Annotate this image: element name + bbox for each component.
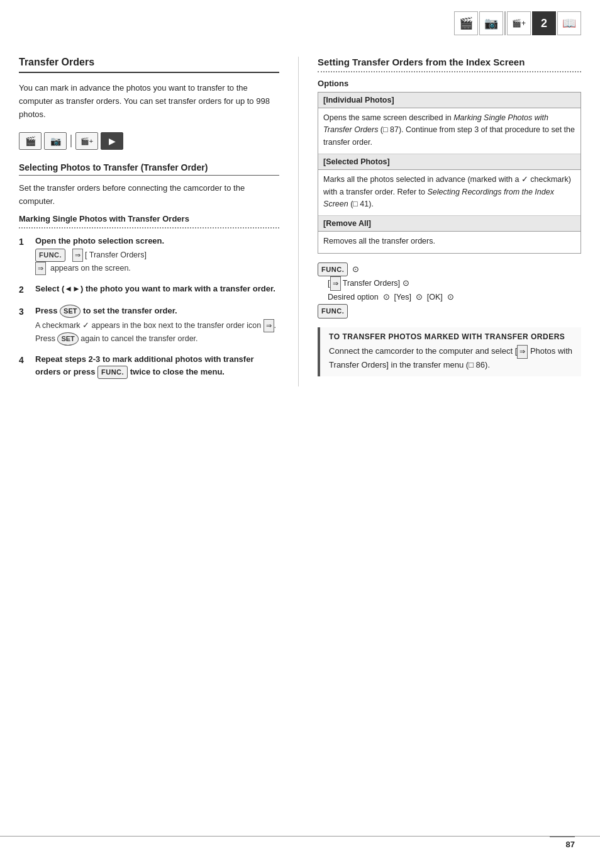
transfer-order-icon-inline: ⇒ — [72, 249, 83, 262]
set-button-inline-2: SET — [57, 332, 78, 346]
step-1-title: Open the photo selection screen. — [35, 235, 279, 247]
option-remove-desc: Removes all the transfer orders. — [318, 232, 581, 252]
option-remove-header: [Remove All] — [318, 216, 581, 232]
mode-icon-divider — [70, 135, 72, 147]
top-icon-bar: 🎬 📷 🎬+ 2 📖 — [454, 11, 581, 35]
mode-icon-photo: 📷 — [44, 132, 67, 150]
step-2: 2 Select (◄►) the photo you want to mark… — [19, 283, 279, 297]
number-icon: 2 — [532, 11, 556, 35]
step-3-title: Press SET to set the transfer order. — [35, 305, 279, 318]
func-button-step4: FUNC. — [97, 366, 128, 379]
option-selected-header: [Selected Photos] — [318, 154, 581, 170]
left-column: Transfer Orders You can mark in advance … — [19, 57, 299, 386]
step-4-content: Repeat steps 2-3 to mark additional phot… — [35, 353, 279, 379]
book-icon: 📖 — [557, 11, 581, 35]
option-selected-desc: Marks all the photos selected in advance… — [318, 170, 581, 216]
step-3-detail: A checkmark ✓ appears in the box next to… — [35, 319, 279, 346]
to-transfer-text: Connect the camcorder to the computer an… — [329, 345, 575, 371]
page-number: 87 — [550, 837, 575, 849]
step-4-title: Repeat steps 2-3 to mark additional phot… — [35, 353, 279, 379]
transfer-icon-right: ⇒ — [330, 276, 341, 291]
func-btn-right: FUNC. — [318, 262, 348, 277]
step-3-number: 3 — [19, 305, 30, 346]
instruction-line-3: Desired option ⊙ [Yes] ⊙ [OK] ⊙ — [318, 291, 581, 304]
right-section-title: Setting Transfer Orders from the Index S… — [318, 57, 581, 67]
transfer-icon-small: ⇒ — [35, 262, 46, 275]
transfer-icon: 🎬+ — [507, 11, 531, 35]
video-camera-icon: 🎬 — [454, 11, 478, 35]
right-instruction-block: FUNC. ⊙ [⇒ Transfer Orders] ⊙ Desired op… — [318, 262, 581, 318]
to-transfer-title: To transfer photos marked with transfer … — [329, 332, 575, 341]
mode-icon-play: ▶ — [101, 132, 123, 150]
instruction-line-2: [⇒ Transfer Orders] ⊙ — [318, 276, 581, 291]
to-transfer-box: To transfer photos marked with transfer … — [318, 327, 581, 376]
mode-icon-video2: 🎬+ — [75, 132, 98, 150]
step-4-number: 4 — [19, 353, 30, 379]
step-1-number: 1 — [19, 235, 30, 275]
instruction-line-1: FUNC. ⊙ — [318, 262, 581, 277]
transfer-order-icon-small: ⇒ — [264, 319, 274, 332]
camera-icon: 📷 — [479, 11, 503, 35]
sub-sub-title: Marking Single Photos with Transfer Orde… — [19, 214, 279, 223]
step-1-content: Open the photo selection screen. FUNC. ⇒… — [35, 235, 279, 275]
page-body: Transfer Orders You can mark in advance … — [0, 0, 600, 412]
section-title: Transfer Orders — [19, 57, 279, 73]
icon-divider — [504, 11, 506, 35]
intro-text: You can mark in advance the photos you w… — [19, 82, 279, 121]
options-table: [Individual Photos] Opens the same scree… — [318, 92, 581, 254]
mode-icon-video: 🎬 — [19, 132, 42, 150]
option-individual-desc: Opens the same screen described in Marki… — [318, 108, 581, 154]
photos-icon: ⇒ — [517, 345, 528, 359]
step-3: 3 Press SET to set the transfer order. A… — [19, 305, 279, 346]
preamble-text: Set the transfer orders before connectin… — [19, 182, 279, 207]
options-title: Options — [318, 79, 581, 88]
step-2-number: 2 — [19, 283, 30, 297]
dotted-separator — [19, 227, 279, 228]
step-2-content: Select (◄►) the photo you want to mark w… — [35, 283, 279, 297]
set-button-inline: SET — [60, 305, 81, 318]
func-btn-right-2: FUNC. — [318, 304, 348, 318]
mode-icons-row: 🎬 📷 🎬+ ▶ — [19, 132, 279, 150]
option-individual-header: [Individual Photos] — [318, 93, 581, 108]
step-3-content: Press SET to set the transfer order. A c… — [35, 305, 279, 346]
step-1: 1 Open the photo selection screen. FUNC.… — [19, 235, 279, 275]
step-1-detail: FUNC. ⇒ [ Transfer Orders] ⇒ appears on … — [35, 249, 279, 275]
bottom-rule — [0, 836, 600, 837]
step-2-title: Select (◄►) the photo you want to mark w… — [35, 283, 279, 295]
step-4: 4 Repeat steps 2-3 to mark additional ph… — [19, 353, 279, 379]
func-button-inline: FUNC. — [35, 249, 65, 262]
instruction-line-4: FUNC. — [318, 304, 581, 318]
subsection-title: Selecting Photos to Transfer (Transfer O… — [19, 162, 279, 176]
right-dotted-sep — [318, 71, 581, 72]
right-column: Setting Transfer Orders from the Index S… — [299, 57, 581, 386]
